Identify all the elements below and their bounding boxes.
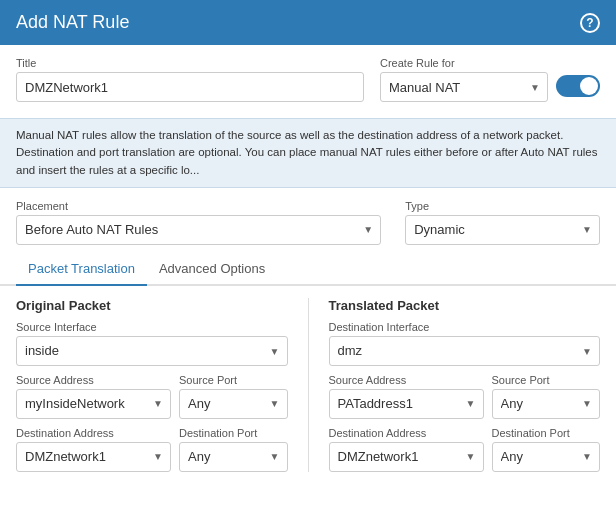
orig-dest-address-field: Destination Address DMZnetwork1 ▼ <box>16 427 171 472</box>
orig-source-address-select[interactable]: myInsideNetwork <box>16 389 171 419</box>
trans-dest-address-select[interactable]: DMZnetwork1 <box>329 442 484 472</box>
tab-packet-translation[interactable]: Packet Translation <box>16 253 147 286</box>
placement-section: Placement Before Auto NAT Rules After Au… <box>0 188 616 253</box>
type-label: Type <box>405 200 600 212</box>
trans-source-port-label: Source Port <box>492 374 601 386</box>
top-form-section: Title Create Rule for Manual NAT Auto NA… <box>0 45 616 118</box>
enabled-toggle[interactable] <box>556 75 600 97</box>
original-packet-col: Original Packet Source Interface inside … <box>16 298 288 472</box>
trans-dest-port-label: Destination Port <box>492 427 601 439</box>
orig-dest-port-field: Destination Port Any ▼ <box>179 427 288 472</box>
dialog-title: Add NAT Rule <box>16 12 129 33</box>
toggle-wrapper <box>556 75 600 99</box>
orig-dest-address-label: Destination Address <box>16 427 171 439</box>
title-input[interactable] <box>16 72 364 102</box>
create-rule-select[interactable]: Manual NAT Auto NAT <box>380 72 548 102</box>
info-bar: Manual NAT rules allow the translation o… <box>0 118 616 188</box>
orig-dest-address-select[interactable]: DMZnetwork1 <box>16 442 171 472</box>
trans-source-address-label: Source Address <box>329 374 484 386</box>
title-label: Title <box>16 57 364 69</box>
help-icon[interactable]: ? <box>580 13 600 33</box>
original-packet-title: Original Packet <box>16 298 288 313</box>
create-rule-label: Create Rule for <box>380 57 600 69</box>
vertical-divider <box>308 298 309 472</box>
trans-dest-interface-select[interactable]: dmz <box>329 336 601 366</box>
translated-packet-col: Translated Packet Destination Interface … <box>329 298 601 472</box>
tab-advanced-options[interactable]: Advanced Options <box>147 253 277 286</box>
trans-source-address-field: Source Address PATaddress1 ▼ <box>329 374 484 419</box>
packets-section: Original Packet Source Interface inside … <box>0 286 616 484</box>
placement-label: Placement <box>16 200 381 212</box>
orig-source-interface-label: Source Interface <box>16 321 288 333</box>
tabs-bar: Packet Translation Advanced Options <box>0 253 616 286</box>
trans-dest-interface-wrapper: dmz ▼ <box>329 336 601 366</box>
orig-source-port-label: Source Port <box>179 374 288 386</box>
trans-dest-address-field: Destination Address DMZnetwork1 ▼ <box>329 427 484 472</box>
orig-source-interface-wrapper: inside ▼ <box>16 336 288 366</box>
info-text: Manual NAT rules allow the translation o… <box>16 129 598 176</box>
orig-source-interface-select[interactable]: inside <box>16 336 288 366</box>
orig-source-port-field: Source Port Any ▼ <box>179 374 288 419</box>
orig-source-address-field: Source Address myInsideNetwork ▼ <box>16 374 171 419</box>
trans-dest-port-field: Destination Port Any ▼ <box>492 427 601 472</box>
orig-dest-port-select[interactable]: Any <box>179 442 288 472</box>
trans-source-port-select[interactable]: Any <box>492 389 601 419</box>
orig-source-address-label: Source Address <box>16 374 171 386</box>
trans-dest-address-label: Destination Address <box>329 427 484 439</box>
type-select[interactable]: Dynamic Static <box>405 215 600 245</box>
trans-source-port-field: Source Port Any ▼ <box>492 374 601 419</box>
trans-dest-interface-label: Destination Interface <box>329 321 601 333</box>
trans-source-address-select[interactable]: PATaddress1 <box>329 389 484 419</box>
dialog-header: Add NAT Rule ? <box>0 0 616 45</box>
orig-dest-port-label: Destination Port <box>179 427 288 439</box>
placement-select[interactable]: Before Auto NAT Rules After Auto NAT Rul… <box>16 215 381 245</box>
orig-source-port-select[interactable]: Any <box>179 389 288 419</box>
trans-dest-port-select[interactable]: Any <box>492 442 601 472</box>
translated-packet-title: Translated Packet <box>329 298 601 313</box>
